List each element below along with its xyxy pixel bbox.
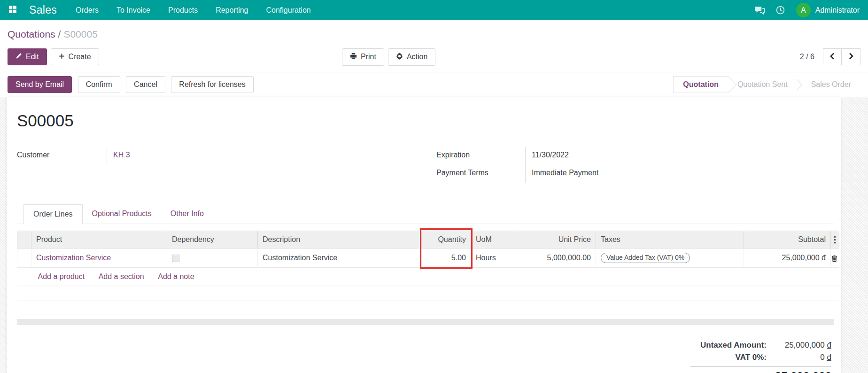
status-steps: Quotation Quotation Sent Sales Order <box>673 76 860 93</box>
control-panel: Quotations/S00005 Edit Create Print Acti… <box>0 20 868 72</box>
notebook-tabs: Order Lines Optional Products Other Info <box>17 204 834 224</box>
expiration-label: Expiration <box>436 147 526 165</box>
status-step-quotation-sent[interactable]: Quotation Sent <box>728 77 797 93</box>
add-a-note-link[interactable]: Add a note <box>158 272 194 280</box>
app-name[interactable]: Sales <box>29 4 57 16</box>
table-bottom-spacer <box>17 286 839 301</box>
tax-badge: Value Added Tax (VAT) 0% <box>601 253 690 263</box>
vat-row: VAT 0%: 0 đ <box>690 351 831 364</box>
row-handle-cell <box>17 249 31 268</box>
vat-label: VAT 0%: <box>690 353 767 362</box>
kebab-menu-icon[interactable] <box>831 236 839 244</box>
section-divider-bar <box>17 319 834 325</box>
add-links-row: Add a product Add a section Add a note <box>17 268 839 286</box>
form-sheet: S00005 Customer KH 3 Expiration 11/30/20… <box>7 97 841 373</box>
tab-optional-products[interactable]: Optional Products <box>83 204 161 224</box>
total-row: Total: 25,000,000 đ <box>690 366 831 373</box>
quotation-title: S00005 <box>17 97 834 130</box>
confirm-button[interactable]: Confirm <box>78 76 120 93</box>
add-a-section-link[interactable]: Add a section <box>99 272 144 280</box>
status-step-quotation[interactable]: Quotation <box>673 76 728 93</box>
optional-columns-header <box>831 231 839 249</box>
table-header-row: Product Dependency Description Quantity … <box>17 231 839 249</box>
quantity-cell: 5.00 <box>422 249 471 268</box>
apps-grid-icon <box>8 5 17 16</box>
breadcrumb: Quotations/S00005 <box>8 29 860 40</box>
vat-value: 0 đ <box>767 353 831 362</box>
tab-order-lines[interactable]: Order Lines <box>23 204 83 224</box>
pager-count: 2 / 6 <box>800 53 814 61</box>
customer-label: Customer <box>17 147 107 165</box>
edit-button[interactable]: Edit <box>8 48 47 65</box>
nav-item-to-invoice[interactable]: To Invoice <box>116 6 150 15</box>
field-expiration: Expiration 11/30/2022 <box>436 147 834 165</box>
uom-cell: Hours <box>471 249 516 268</box>
total-value: 25,000,000 đ <box>767 370 831 373</box>
row-actions-cell <box>831 249 839 268</box>
spacer-column-header <box>390 231 422 249</box>
field-customer: Customer KH 3 <box>17 147 299 165</box>
dependency-checkbox[interactable] <box>172 255 179 262</box>
cancel-button[interactable]: Cancel <box>126 76 165 93</box>
totals-summary: Untaxed Amount: 25,000,000 đ VAT 0%: 0 đ… <box>690 339 831 373</box>
description-column-header[interactable]: Description <box>258 231 390 249</box>
dependency-column-header[interactable]: Dependency <box>167 231 258 249</box>
plus-icon <box>59 53 65 61</box>
breadcrumb-current: S00005 <box>63 29 97 39</box>
form-view-background: S00005 Customer KH 3 Expiration 11/30/20… <box>0 97 868 373</box>
pager-previous-button[interactable] <box>823 48 842 65</box>
expiration-value: 11/30/2022 <box>526 147 569 165</box>
untaxed-amount-label: Untaxed Amount: <box>690 341 767 350</box>
order-line-row[interactable]: Customization Service Customization Serv… <box>17 249 839 268</box>
product-column-header[interactable]: Product <box>31 231 167 249</box>
breadcrumb-quotations[interactable]: Quotations <box>8 29 55 39</box>
untaxed-amount-row: Untaxed Amount: 25,000,000 đ <box>690 339 831 351</box>
payment-terms-label: Payment Terms <box>436 165 526 183</box>
delete-row-trash-icon[interactable] <box>831 255 838 262</box>
field-payment-terms: Payment Terms Immediate Payment <box>436 165 834 183</box>
uom-column-header[interactable]: UoM <box>471 231 516 249</box>
chevron-right-icon <box>849 53 853 62</box>
status-bar: Send by Email Confirm Cancel Refresh for… <box>0 72 868 97</box>
print-button[interactable]: Print <box>342 48 384 66</box>
refresh-for-licenses-button[interactable]: Refresh for licenses <box>171 76 253 93</box>
add-a-product-link[interactable]: Add a product <box>38 272 85 280</box>
avatar: A <box>796 3 811 17</box>
action-button[interactable]: Action <box>388 48 435 66</box>
subtotal-column-header[interactable]: Subtotal <box>744 231 831 249</box>
nav-item-configuration[interactable]: Configuration <box>266 6 311 15</box>
order-lines-table: Product Dependency Description Quantity … <box>17 231 839 286</box>
user-name: Administrator <box>815 6 860 15</box>
spacer-cell <box>390 249 422 268</box>
messages-icon[interactable] <box>755 6 765 15</box>
customer-value-link[interactable]: KH 3 <box>113 151 130 159</box>
nav-item-reporting[interactable]: Reporting <box>216 6 248 15</box>
activities-clock-icon[interactable] <box>776 6 785 15</box>
description-cell: Customization Service <box>258 249 390 268</box>
breadcrumb-separator: / <box>58 29 61 39</box>
pencil-icon <box>16 53 22 61</box>
gear-icon <box>396 53 403 62</box>
untaxed-amount-value: 25,000,000 đ <box>767 341 831 350</box>
unit-price-cell: 5,000,000.00 <box>516 249 596 268</box>
printer-icon <box>350 53 357 62</box>
nav-item-orders[interactable]: Orders <box>76 6 99 15</box>
unit-price-column-header[interactable]: Unit Price <box>516 231 596 249</box>
create-button[interactable]: Create <box>51 48 99 65</box>
user-menu[interactable]: A Administrator <box>796 3 860 17</box>
send-by-email-button[interactable]: Send by Email <box>8 76 72 93</box>
payment-terms-value: Immediate Payment <box>526 165 598 183</box>
nav-item-products[interactable]: Products <box>168 6 198 15</box>
status-step-sales-order[interactable]: Sales Order <box>802 77 860 93</box>
subtotal-cell: 25,000,000 đ <box>744 249 831 268</box>
top-nav-bar: Sales Orders To Invoice Products Reporti… <box>0 0 868 20</box>
quantity-column-header[interactable]: Quantity <box>422 231 471 249</box>
apps-menu-button[interactable] <box>8 5 17 16</box>
taxes-column-header[interactable]: Taxes <box>596 231 744 249</box>
handle-column-header <box>17 231 31 249</box>
pager-next-button[interactable] <box>842 48 860 65</box>
product-link[interactable]: Customization Service <box>36 254 111 262</box>
tab-other-info[interactable]: Other Info <box>161 204 213 224</box>
chevron-left-icon <box>830 53 835 62</box>
